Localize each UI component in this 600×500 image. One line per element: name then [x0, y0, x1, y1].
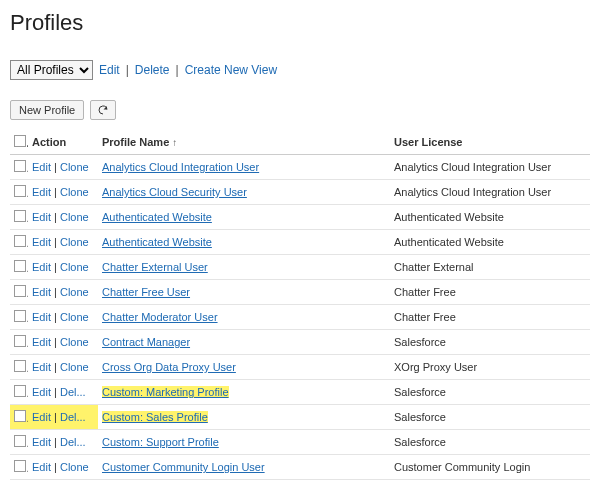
- edit-link[interactable]: Edit: [32, 411, 51, 423]
- edit-link[interactable]: Edit: [32, 161, 51, 173]
- row-checkbox[interactable]: [14, 335, 26, 347]
- table-row: Edit | CloneCross Org Data Proxy UserXOr…: [10, 355, 590, 380]
- row-checkbox[interactable]: [14, 460, 26, 472]
- user-license-cell: Authenticated Website: [390, 230, 590, 255]
- user-license-cell: Chatter Free: [390, 280, 590, 305]
- user-license-cell: Salesforce: [390, 405, 590, 430]
- toolbar: New Profile: [10, 100, 590, 120]
- user-license-cell: Salesforce: [390, 330, 590, 355]
- view-selector[interactable]: All Profiles: [10, 60, 93, 80]
- profiles-table: Action Profile Name↑ User License Edit |…: [10, 130, 590, 480]
- table-row: Edit | CloneContract ManagerSalesforce: [10, 330, 590, 355]
- edit-link[interactable]: Edit: [32, 461, 51, 473]
- profile-name-link[interactable]: Chatter Free User: [102, 286, 190, 298]
- col-user-license[interactable]: User License: [390, 130, 590, 155]
- table-row: Edit | CloneChatter Moderator UserChatte…: [10, 305, 590, 330]
- user-license-cell: Chatter External: [390, 255, 590, 280]
- table-row: Edit | CloneAuthenticated WebsiteAuthent…: [10, 205, 590, 230]
- sort-asc-icon: ↑: [172, 137, 177, 148]
- view-edit-link[interactable]: Edit: [99, 63, 120, 77]
- table-row: Edit | CloneChatter External UserChatter…: [10, 255, 590, 280]
- clone-link[interactable]: Clone: [60, 336, 89, 348]
- profile-name-link[interactable]: Analytics Cloud Security User: [102, 186, 247, 198]
- row-checkbox[interactable]: [14, 310, 26, 322]
- row-checkbox[interactable]: [14, 360, 26, 372]
- refresh-icon: [97, 104, 109, 116]
- clone-link[interactable]: Clone: [60, 236, 89, 248]
- view-bar: All Profiles Edit | Delete | Create New …: [10, 60, 590, 80]
- clone-link[interactable]: Clone: [60, 186, 89, 198]
- clone-link[interactable]: Clone: [60, 161, 89, 173]
- table-row: Edit | Del...Custom: Sales ProfileSalesf…: [10, 405, 590, 430]
- separator: |: [176, 63, 179, 77]
- table-row: Edit | Del...Custom: Marketing ProfileSa…: [10, 380, 590, 405]
- edit-link[interactable]: Edit: [32, 286, 51, 298]
- user-license-cell: Authenticated Website: [390, 205, 590, 230]
- clone-link[interactable]: Clone: [60, 461, 89, 473]
- separator: |: [126, 63, 129, 77]
- user-license-cell: XOrg Proxy User: [390, 355, 590, 380]
- user-license-cell: Salesforce: [390, 380, 590, 405]
- clone-link[interactable]: Clone: [60, 286, 89, 298]
- user-license-cell: Analytics Cloud Integration User: [390, 155, 590, 180]
- user-license-cell: Analytics Cloud Integration User: [390, 180, 590, 205]
- edit-link[interactable]: Edit: [32, 211, 51, 223]
- edit-link[interactable]: Edit: [32, 361, 51, 373]
- row-checkbox[interactable]: [14, 435, 26, 447]
- profile-name-link[interactable]: Chatter External User: [102, 261, 208, 273]
- table-header-row: Action Profile Name↑ User License: [10, 130, 590, 155]
- profile-name-link[interactable]: Custom: Support Profile: [102, 436, 219, 448]
- user-license-cell: Chatter Free: [390, 305, 590, 330]
- clone-link[interactable]: Clone: [60, 311, 89, 323]
- edit-link[interactable]: Edit: [32, 311, 51, 323]
- delete-link[interactable]: Del...: [60, 411, 86, 423]
- row-checkbox[interactable]: [14, 260, 26, 272]
- page-title: Profiles: [10, 10, 590, 36]
- clone-link[interactable]: Clone: [60, 261, 89, 273]
- profile-name-link[interactable]: Authenticated Website: [102, 236, 212, 248]
- table-row: Edit | CloneCustomer Community Login Use…: [10, 455, 590, 480]
- new-profile-button[interactable]: New Profile: [10, 100, 84, 120]
- profile-name-link[interactable]: Chatter Moderator User: [102, 311, 218, 323]
- profile-name-link[interactable]: Custom: Marketing Profile: [102, 386, 229, 398]
- edit-link[interactable]: Edit: [32, 261, 51, 273]
- clone-link[interactable]: Clone: [60, 211, 89, 223]
- edit-link[interactable]: Edit: [32, 336, 51, 348]
- profile-name-link[interactable]: Cross Org Data Proxy User: [102, 361, 236, 373]
- table-row: Edit | CloneAuthenticated WebsiteAuthent…: [10, 230, 590, 255]
- col-profile-name[interactable]: Profile Name↑: [98, 130, 390, 155]
- col-action: Action: [28, 130, 98, 155]
- table-row: Edit | Del...Custom: Support ProfileSale…: [10, 430, 590, 455]
- row-checkbox[interactable]: [14, 235, 26, 247]
- delete-link[interactable]: Del...: [60, 386, 86, 398]
- row-checkbox[interactable]: [14, 410, 26, 422]
- profile-name-link[interactable]: Custom: Sales Profile: [102, 411, 208, 423]
- edit-link[interactable]: Edit: [32, 386, 51, 398]
- table-row: Edit | CloneChatter Free UserChatter Fre…: [10, 280, 590, 305]
- delete-link[interactable]: Del...: [60, 436, 86, 448]
- view-delete-link[interactable]: Delete: [135, 63, 170, 77]
- table-row: Edit | CloneAnalytics Cloud Security Use…: [10, 180, 590, 205]
- profile-name-link[interactable]: Customer Community Login User: [102, 461, 265, 473]
- table-row: Edit | CloneAnalytics Cloud Integration …: [10, 155, 590, 180]
- row-checkbox[interactable]: [14, 385, 26, 397]
- edit-link[interactable]: Edit: [32, 186, 51, 198]
- edit-link[interactable]: Edit: [32, 436, 51, 448]
- row-checkbox[interactable]: [14, 160, 26, 172]
- user-license-cell: Customer Community Login: [390, 455, 590, 480]
- profile-name-link[interactable]: Authenticated Website: [102, 211, 212, 223]
- row-checkbox[interactable]: [14, 285, 26, 297]
- edit-link[interactable]: Edit: [32, 236, 51, 248]
- select-all-checkbox[interactable]: [14, 135, 26, 147]
- clone-link[interactable]: Clone: [60, 361, 89, 373]
- row-checkbox[interactable]: [14, 210, 26, 222]
- profile-name-link[interactable]: Contract Manager: [102, 336, 190, 348]
- user-license-cell: Salesforce: [390, 430, 590, 455]
- row-checkbox[interactable]: [14, 185, 26, 197]
- refresh-button[interactable]: [90, 100, 116, 120]
- view-create-link[interactable]: Create New View: [185, 63, 277, 77]
- profile-name-link[interactable]: Analytics Cloud Integration User: [102, 161, 259, 173]
